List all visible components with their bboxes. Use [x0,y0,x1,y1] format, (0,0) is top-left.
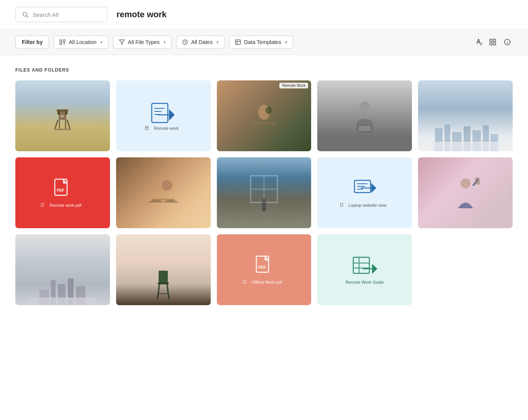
svg-rect-13 [494,39,496,42]
pdf-outline-icon: PDF [254,255,274,278]
section-title: FILES AND FOLDERS [15,67,513,73]
card-label: Offline Work.pdf [249,280,285,284]
svg-rect-4 [60,42,62,44]
svg-rect-2 [60,40,62,42]
svg-rect-29 [152,103,168,123]
dates-filter[interactable]: All Dates ▾ [176,36,225,49]
woman-wall-illustration [450,174,481,212]
svg-rect-51 [431,142,500,151]
main-content: FILES AND FOLDERS 13 [0,55,528,317]
location-filter[interactable]: All Location ▾ [54,36,108,49]
city2-illustration [28,275,97,305]
list-item[interactable] [116,157,211,228]
list-item[interactable]: Laptop website view [317,157,412,228]
svg-rect-12 [490,39,492,42]
filter-by-label: Filter by [15,36,49,49]
svg-rect-15 [494,43,496,45]
svg-rect-3 [63,40,65,42]
view-controls: AZ [475,37,513,47]
card-label: Remote Work Guide [343,280,387,284]
elderly-illustration [349,99,380,133]
svg-line-82 [167,284,169,299]
svg-point-55 [151,183,160,192]
filter-bar: Filter by All Location ▾ All File Types … [0,29,528,55]
chevron-down-icon2: ▾ [164,40,166,45]
svg-rect-78 [28,297,97,305]
card-label: Laptop website view [346,203,390,208]
svg-point-39 [266,106,272,114]
beach-tower-illustration: 13 [51,99,74,133]
sort-az-button[interactable]: AZ [475,37,484,47]
chevron-down-icon: ▾ [100,40,103,45]
templates-filter[interactable]: Data Templates ▾ [229,36,293,49]
city-illustration [431,121,500,151]
woman-desk-illustration [249,101,279,131]
laptop-icon [351,178,378,201]
templates-icon [235,39,241,45]
search-placeholder: Search All [33,11,59,18]
svg-line-23 [55,120,58,129]
table-arrow-icon [351,255,378,278]
pdf-sm-icon [243,280,247,284]
svg-line-24 [67,120,70,129]
filter-icon [119,39,125,45]
list-item[interactable] [418,80,513,151]
svg-point-70 [461,178,471,188]
list-item[interactable]: Remote work [116,80,211,151]
list-item[interactable]: Remote Work Guide [317,234,412,305]
svg-rect-14 [490,43,492,45]
list-item[interactable]: 13 [15,80,110,151]
card-label: Remote work.pdf [46,203,84,208]
search-box[interactable]: Search All [15,7,107,22]
templates-label: Data Templates [244,39,281,45]
chevron-down-icon3: ▾ [216,40,219,45]
dates-label: All Dates [191,39,213,45]
chevron-down-icon4: ▾ [285,40,287,45]
list-item[interactable] [15,234,110,305]
location-label: All Location [69,39,96,45]
window-person-illustration [249,174,279,212]
svg-rect-9 [235,40,240,44]
query-title: remote work [116,10,167,20]
svg-line-81 [157,284,159,299]
file-types-label: All File Types [128,39,160,45]
list-item[interactable]: PDF Remote work.pdf [15,157,110,228]
svg-marker-91 [372,264,377,274]
svg-rect-28 [54,129,71,130]
clock-icon [182,39,188,45]
pdf-icon: PDF [53,178,72,201]
svg-point-41 [359,102,370,113]
svg-rect-62 [262,204,266,211]
svg-marker-33 [169,109,175,121]
chair-illustration [148,267,179,305]
files-grid: 13 Remote work Remote Work [15,80,513,305]
list-item[interactable]: Remote Work [217,80,312,151]
list-item[interactable] [116,234,211,305]
svg-rect-87 [353,257,369,273]
svg-rect-79 [159,271,168,282]
location-icon [59,39,66,45]
svg-rect-20 [57,109,68,111]
top-bar: Search All remote work [0,0,528,29]
meeting-illustration [140,178,186,208]
list-item[interactable]: PDF Offline Work.pdf [217,234,312,305]
info-button[interactable] [502,37,513,47]
svg-rect-43 [359,126,371,131]
pdf-small-icon [41,203,45,207]
svg-rect-69 [340,203,343,206]
svg-text:PDF: PDF [57,188,64,193]
list-item[interactable] [418,157,513,228]
svg-rect-80 [158,282,169,284]
svg-point-56 [162,180,172,191]
grid-icon [489,38,497,46]
grid-view-button[interactable] [487,37,498,47]
file-types-filter[interactable]: All File Types ▾ [113,36,172,49]
doc-small-icon2 [340,203,344,207]
list-item[interactable] [317,80,412,151]
svg-rect-86 [244,280,246,283]
svg-text:PDF: PDF [258,265,266,270]
svg-rect-22 [65,111,67,114]
search-icon [22,11,29,18]
list-item[interactable] [217,157,312,228]
document-arrow-icon [150,101,177,124]
